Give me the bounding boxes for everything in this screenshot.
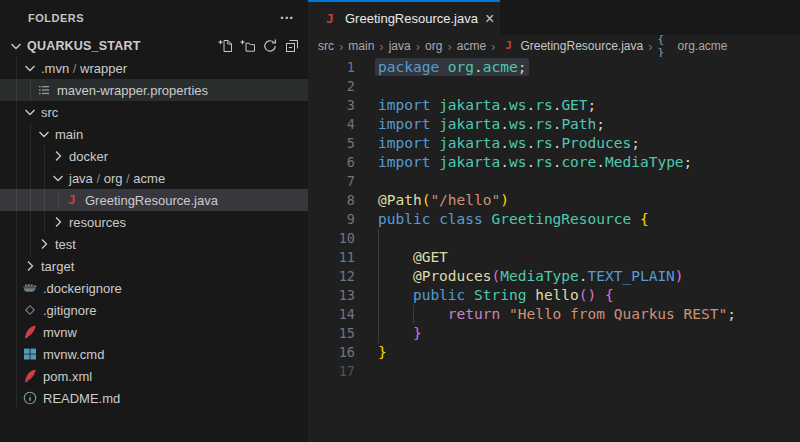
tree-item-pom.xml[interactable]: pom.xml <box>0 365 308 387</box>
tree-indent-guide <box>16 167 17 189</box>
folders-section-header[interactable]: FOLDERS ··· <box>0 0 308 35</box>
breadcrumb-label: main <box>348 39 374 53</box>
breadcrumb-item-org.acme[interactable]: { }org.acme <box>658 38 728 54</box>
line-number[interactable]: 9 <box>308 210 355 229</box>
tree-indent-guide <box>16 189 17 211</box>
code-line-12[interactable]: 12 @Produces(MediaType.TEXT_PLAIN) <box>308 267 800 286</box>
collapse-folders-button[interactable] <box>284 38 300 54</box>
tab-greetingresource-java[interactable]: J GreetingResource.java × <box>308 0 500 35</box>
tree-indent-guide <box>16 211 17 233</box>
code-line-15[interactable]: 15 } <box>308 324 800 343</box>
indent-guide <box>413 305 414 324</box>
line-number[interactable]: 13 <box>308 286 355 305</box>
line-number[interactable]: 4 <box>308 115 355 134</box>
tree-item-.gitignore[interactable]: .gitignore <box>0 299 308 321</box>
code-line-11[interactable]: 11 @GET <box>308 248 800 267</box>
tree-item-label: docker <box>69 149 108 164</box>
line-number[interactable]: 8 <box>308 191 355 210</box>
code-line-7[interactable]: 7 <box>308 172 800 191</box>
tree-item-main[interactable]: main <box>0 123 308 145</box>
breadcrumb-item-greetingresource.java[interactable]: JGreetingResource.java <box>500 38 643 54</box>
line-number[interactable]: 10 <box>308 229 355 248</box>
breadcrumb-label: org <box>425 39 442 53</box>
tree-item-label: QUARKUS_START <box>27 39 140 53</box>
line-number[interactable]: 15 <box>308 324 355 343</box>
line-number[interactable]: 5 <box>308 134 355 153</box>
breadcrumb-separator: › <box>648 39 652 54</box>
line-number[interactable]: 2 <box>308 77 355 96</box>
breadcrumb-separator: › <box>491 39 495 54</box>
code-line-14[interactable]: 14 return "Hello from Quarkus REST"; <box>308 305 800 324</box>
line-number[interactable]: 6 <box>308 153 355 172</box>
code-line-6[interactable]: 6import jakarta.ws.rs.core.MediaType; <box>308 153 800 172</box>
tree-item-.dockerignore[interactable]: .dockerignore <box>0 277 308 299</box>
indent-guide <box>378 286 379 305</box>
code-line-3[interactable]: 3import jakarta.ws.rs.GET; <box>308 96 800 115</box>
breadcrumb-label: src <box>318 39 334 53</box>
tree-item-quarkus_start[interactable]: QUARKUS_START <box>0 35 308 57</box>
tree-item-mvnw.cmd[interactable]: mvnw.cmd <box>0 343 308 365</box>
breadcrumb-item-main[interactable]: main <box>348 39 374 53</box>
code-line-8[interactable]: 8@Path("/hello") <box>308 191 800 210</box>
code-line-2[interactable]: 2 <box>308 77 800 96</box>
tree-indent-guide <box>16 321 17 343</box>
chevron-down-icon <box>36 126 52 142</box>
tree-item-src[interactable]: src <box>0 101 308 123</box>
more-actions-icon[interactable]: ··· <box>280 13 294 23</box>
code-line-9[interactable]: 9public class GreetingResource { <box>308 210 800 229</box>
line-number[interactable]: 17 <box>308 362 355 381</box>
tree-item-docker[interactable]: docker <box>0 145 308 167</box>
tree-item-greetingresource.java[interactable]: JGreetingResource.java <box>0 189 308 211</box>
breadcrumb-item-java[interactable]: java <box>389 39 411 53</box>
maven-icon <box>22 324 38 340</box>
tree-item-label: README.md <box>43 391 120 406</box>
code-line-10[interactable]: 10 <box>308 229 800 248</box>
tree-item-java-org-acme[interactable]: java / org / acme <box>0 167 308 189</box>
explorer-actions <box>218 38 308 54</box>
breadcrumb-item-src[interactable]: src <box>318 39 334 53</box>
tree-item-mvnw[interactable]: mvnw <box>0 321 308 343</box>
breadcrumb-item-acme[interactable]: acme <box>457 39 486 53</box>
code-editor[interactable]: 1package org.acme;23import jakarta.ws.rs… <box>308 57 800 442</box>
line-number[interactable]: 7 <box>308 172 355 191</box>
tree-item-readme.md[interactable]: README.md <box>0 387 308 409</box>
tree-item-label: pom.xml <box>43 369 92 384</box>
tree-indent-guide <box>16 101 17 123</box>
tree-indent-guide <box>16 343 17 365</box>
new-file-button[interactable] <box>218 38 234 54</box>
breadcrumb-item-org[interactable]: org <box>425 39 442 53</box>
tree-item-label: .dockerignore <box>43 281 122 296</box>
line-number[interactable]: 12 <box>308 267 355 286</box>
maven-icon <box>22 368 38 384</box>
line-number[interactable]: 14 <box>308 305 355 324</box>
tree-item-maven-wrapper.properties[interactable]: maven-wrapper.properties <box>0 79 308 101</box>
line-number[interactable]: 3 <box>308 96 355 115</box>
tree-item-test[interactable]: test <box>0 233 308 255</box>
line-content: import jakarta.ws.rs.Path; <box>378 115 605 134</box>
line-number[interactable]: 16 <box>308 343 355 362</box>
tree-item-resources[interactable]: resources <box>0 211 308 233</box>
line-content: import jakarta.ws.rs.GET; <box>378 96 596 115</box>
close-tab-icon[interactable]: × <box>485 11 494 27</box>
code-line-1[interactable]: 1package org.acme; <box>308 58 800 77</box>
tree-item-label: java / org / acme <box>69 171 165 186</box>
java-icon: J <box>500 38 516 54</box>
refresh-explorer-button[interactable] <box>262 38 278 54</box>
line-content: import jakarta.ws.rs.core.MediaType; <box>378 153 692 172</box>
new-folder-button[interactable] <box>240 38 256 54</box>
code-line-16[interactable]: 16} <box>308 343 800 362</box>
code-line-5[interactable]: 5import jakarta.ws.rs.Produces; <box>308 134 800 153</box>
line-number[interactable]: 1 <box>308 58 355 77</box>
code-line-13[interactable]: 13 public String hello() { <box>308 286 800 305</box>
tree-indent-guide <box>30 167 31 189</box>
tree-indent-guide <box>30 123 31 145</box>
tree-item-.mvn-wrapper[interactable]: .mvn / wrapper <box>0 57 308 79</box>
tree-item-label: maven-wrapper.properties <box>57 83 208 98</box>
tree-indent-guide <box>30 211 31 233</box>
tree-item-label: .gitignore <box>43 303 96 318</box>
code-line-17[interactable]: 17 <box>308 362 800 381</box>
code-line-4[interactable]: 4import jakarta.ws.rs.Path; <box>308 115 800 134</box>
line-number[interactable]: 11 <box>308 248 355 267</box>
tree-item-target[interactable]: target <box>0 255 308 277</box>
line-content: return "Hello from Quarkus REST"; <box>378 305 736 324</box>
